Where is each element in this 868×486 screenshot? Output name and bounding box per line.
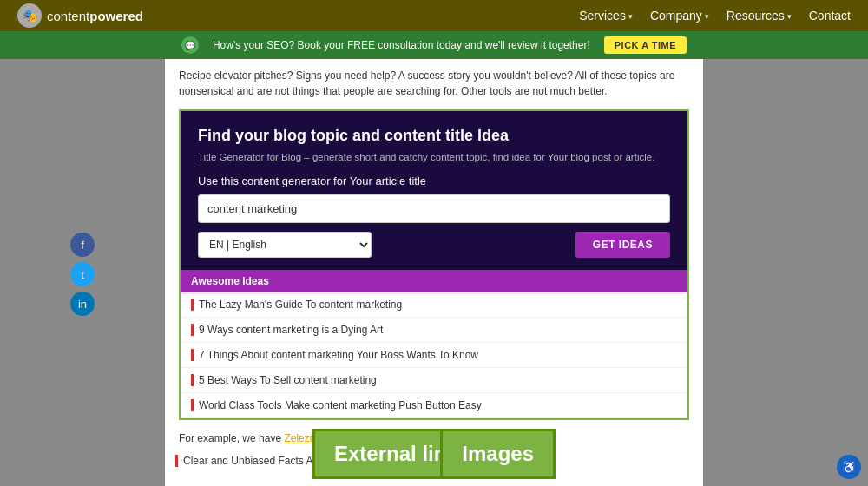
- ideas-section: Awesome Ideas The Lazy Man's Guide To co…: [181, 270, 687, 418]
- page-body: Recipe elevator pitches? Signs you need …: [165, 59, 703, 486]
- tool-title: Find your blog topic and content title I…: [198, 127, 670, 145]
- chevron-down-icon: ▾: [705, 12, 709, 21]
- linkedin-share-button[interactable]: in: [70, 292, 95, 316]
- nav-contact[interactable]: Contact: [809, 9, 851, 23]
- tool-controls: EN | English FR | French DE | German ES …: [198, 232, 670, 258]
- accessibility-button[interactable]: ♿: [837, 455, 861, 479]
- sidebar-left: f t in: [0, 59, 165, 486]
- tool-box: Find your blog topic and content title I…: [179, 109, 689, 420]
- chevron-down-icon: ▾: [787, 12, 792, 21]
- get-ideas-button[interactable]: GET IDEAS: [575, 232, 670, 258]
- brand-icon: 🎭: [17, 3, 42, 28]
- twitter-share-button[interactable]: t: [70, 262, 95, 286]
- ideas-header: Awesome Ideas: [181, 270, 687, 292]
- brand: 🎭 contentpowered: [17, 3, 143, 28]
- idea-item-3: 7 Things About content marketing Your Bo…: [181, 343, 687, 368]
- language-select[interactable]: EN | English FR | French DE | German ES …: [198, 232, 372, 258]
- ideas-list: The Lazy Man's Guide To content marketin…: [181, 292, 687, 418]
- nav-company[interactable]: Company ▾: [650, 9, 709, 23]
- tool-label: Use this content generator for Your arti…: [198, 174, 670, 187]
- tool-subtitle: Title Generator for Blog – generate shor…: [198, 152, 670, 162]
- twitter-icon: t: [81, 268, 84, 281]
- idea-item-2: 9 Ways content marketing is a Dying Art: [181, 318, 687, 343]
- sidebar-right: [703, 59, 868, 486]
- intro-text: Recipe elevator pitches? Signs you need …: [165, 59, 703, 104]
- idea-item-4: 5 Best Ways To Sell content marketing: [181, 368, 687, 393]
- idea-item-1: The Lazy Man's Guide To content marketin…: [181, 292, 687, 318]
- facebook-icon: f: [81, 239, 84, 252]
- brand-content: content: [47, 9, 89, 23]
- facebook-share-button[interactable]: f: [70, 233, 95, 257]
- seo-bar: 💬 How's your SEO? Book your FREE consult…: [0, 31, 868, 59]
- tool-box-inner: Find your blog topic and content title I…: [181, 111, 687, 270]
- chevron-down-icon: ▾: [628, 12, 633, 21]
- seo-icon: 💬: [181, 36, 199, 54]
- brand-text: contentpowered: [47, 9, 143, 23]
- topic-input[interactable]: [198, 194, 670, 223]
- pick-time-button[interactable]: PICK A TIME: [604, 36, 687, 54]
- nav-services[interactable]: Services ▾: [579, 9, 633, 23]
- navbar: 🎭 contentpowered Services ▾ Company ▾ Re…: [0, 0, 868, 31]
- seo-bar-text: How's your SEO? Book your FREE consultat…: [213, 39, 590, 51]
- brand-powered: powered: [89, 9, 143, 23]
- annotation-images: Images: [440, 429, 556, 479]
- nav-links: Services ▾ Company ▾ Resources ▾ Contact: [579, 9, 851, 23]
- accessibility-icon: ♿: [842, 460, 857, 474]
- nav-resources[interactable]: Resources ▾: [727, 9, 792, 23]
- idea-item-5: World Class Tools Make content marketing…: [181, 393, 687, 418]
- linkedin-icon: in: [78, 298, 87, 311]
- bottom-text-before: For example, we have: [179, 432, 284, 444]
